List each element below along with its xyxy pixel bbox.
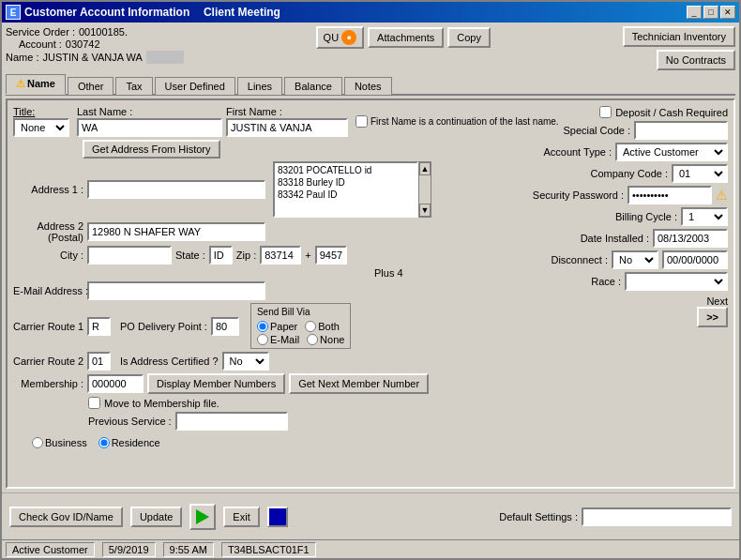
- email-input[interactable]: [87, 281, 265, 300]
- send-bill-none-radio[interactable]: [307, 334, 318, 345]
- security-password-input[interactable]: [628, 186, 712, 204]
- disconnect-row: Disconnect : No Yes: [522, 250, 728, 269]
- business-residence-row: Business Residence: [32, 437, 514, 448]
- prev-service-label: Previous Service :: [88, 416, 172, 427]
- list-item[interactable]: 83342 Paul ID: [276, 189, 416, 201]
- send-bill-email-radio[interactable]: [257, 334, 268, 345]
- first-name-label: First Name :: [226, 106, 348, 117]
- carrier2-label: Carrier Route 2 :: [13, 356, 83, 367]
- tab-notes[interactable]: Notes: [344, 77, 392, 95]
- status-time: 9:55 AM: [163, 542, 214, 557]
- disconnect-date-input[interactable]: [662, 250, 728, 269]
- po-delivery-input[interactable]: [211, 317, 239, 336]
- close-button[interactable]: ✕: [720, 6, 735, 19]
- email-row: E-Mail Address :: [13, 281, 514, 300]
- last-name-input[interactable]: [77, 118, 222, 137]
- special-code-input[interactable]: [634, 121, 728, 140]
- next-member-button[interactable]: Get Next Member Number: [289, 373, 429, 394]
- account-value: 030742: [66, 38, 100, 50]
- default-settings-input[interactable]: [582, 507, 732, 526]
- get-address-button[interactable]: Get Address From History: [83, 140, 220, 159]
- is-certified-select[interactable]: No Yes: [222, 352, 269, 371]
- race-select[interactable]: [625, 272, 728, 291]
- top-center-buttons: QU ● Attachments Copy: [316, 26, 491, 49]
- move-membership-row: Move to Membership file.: [88, 397, 514, 409]
- tab-tax[interactable]: Tax: [115, 77, 152, 95]
- tab-other[interactable]: Other: [68, 77, 114, 95]
- zip-plus4-input[interactable]: [315, 246, 347, 265]
- name-value: JUSTIN & VANJA WA: [42, 52, 142, 63]
- zip-input[interactable]: [260, 246, 301, 265]
- plus4-label: Plus 4: [374, 267, 403, 279]
- tab-name[interactable]: ⚠Name: [6, 74, 66, 95]
- race-label: Race :: [591, 276, 621, 287]
- name-header-row: Name : JUSTIN & VANJA WA: [6, 51, 184, 64]
- tab-balance[interactable]: Balance: [284, 77, 342, 95]
- first-name-continuation-checkbox[interactable]: [355, 115, 368, 128]
- check-gov-button[interactable]: Check Gov ID/Name: [9, 507, 123, 527]
- next-area: Next >>: [522, 295, 728, 327]
- listbox-scrollbar[interactable]: ▲ ▼: [418, 161, 431, 218]
- update-arrow-button[interactable]: [189, 504, 216, 530]
- address2-row: Address 2(Postal): [13, 220, 514, 243]
- title-bar: E Customer Account Information Client Me…: [2, 2, 739, 23]
- email-label: E-Mail Address :: [13, 285, 83, 296]
- name-redacted: [146, 51, 184, 64]
- minimize-button[interactable]: _: [687, 6, 702, 19]
- panel-body: Title: None Mr. Mrs. Ms. Last Name :: [13, 106, 728, 448]
- zip-plus: +: [305, 250, 310, 261]
- state-input[interactable]: [209, 246, 233, 265]
- qu-button[interactable]: QU ●: [316, 26, 365, 49]
- deposit-checkbox[interactable]: [599, 106, 612, 118]
- attachments-button[interactable]: Attachments: [368, 27, 444, 48]
- no-contracts-button[interactable]: No Contracts: [657, 50, 735, 70]
- carrier1-input[interactable]: [87, 317, 111, 336]
- warn-icon: ⚠: [16, 78, 25, 89]
- scroll-track: [419, 175, 431, 204]
- next-button[interactable]: >>: [697, 307, 728, 327]
- update-button[interactable]: Update: [130, 507, 182, 527]
- address-listbox[interactable]: 83201 POCATELLO id 83318 Burley ID 83342…: [273, 161, 418, 218]
- city-label: City :: [13, 250, 83, 261]
- address2-input[interactable]: [87, 222, 265, 241]
- scroll-down[interactable]: ▼: [419, 204, 431, 217]
- content-area: Service Order : 00100185. Account : 0307…: [2, 23, 739, 492]
- company-code-select[interactable]: 01: [672, 164, 728, 183]
- security-password-label: Security Password :: [533, 189, 624, 201]
- maximize-button[interactable]: □: [703, 6, 718, 19]
- main-panel: Title: None Mr. Mrs. Ms. Last Name :: [6, 98, 735, 489]
- disconnect-select[interactable]: No Yes: [612, 250, 658, 269]
- first-name-input[interactable]: [226, 118, 348, 137]
- send-bill-paper-radio[interactable]: [257, 321, 268, 332]
- exit-button[interactable]: Exit: [223, 507, 259, 527]
- business-radio[interactable]: [32, 437, 43, 448]
- service-order-label: Service Order :: [6, 26, 75, 38]
- membership-input[interactable]: [87, 374, 144, 393]
- residence-radio[interactable]: [98, 437, 110, 448]
- scroll-up[interactable]: ▲: [419, 162, 431, 175]
- address1-input[interactable]: [87, 180, 265, 199]
- move-membership-label: Move to Membership file.: [104, 398, 219, 409]
- title-select[interactable]: None Mr. Mrs. Ms.: [13, 118, 69, 137]
- tab-lines[interactable]: Lines: [237, 77, 282, 95]
- send-bill-label: Send Bill Via: [257, 307, 344, 317]
- bottom-bar: Check Gov ID/Name Update Exit Default Se…: [2, 492, 739, 539]
- top-center: QU ● Attachments Copy: [316, 26, 491, 49]
- technician-inventory-button[interactable]: Technician Inventory: [623, 26, 735, 47]
- copy-button[interactable]: Copy: [447, 27, 491, 48]
- prev-service-input[interactable]: [175, 412, 288, 431]
- exit-icon-button[interactable]: [267, 507, 288, 527]
- account-type-select[interactable]: Active Customer Inactive: [615, 143, 728, 161]
- carrier2-input[interactable]: [87, 352, 111, 371]
- billing-cycle-select[interactable]: 1 2: [681, 207, 728, 226]
- move-membership-checkbox[interactable]: [88, 397, 100, 409]
- display-member-button[interactable]: Display Member Numbers: [147, 373, 285, 394]
- list-item[interactable]: 83318 Burley ID: [276, 176, 416, 189]
- company-code-label: Company Code :: [590, 168, 668, 179]
- tab-user-defined[interactable]: User Defined: [155, 77, 235, 95]
- date-installed-input[interactable]: [653, 229, 728, 248]
- city-input[interactable]: [87, 246, 172, 265]
- send-bill-both-radio[interactable]: [305, 321, 316, 332]
- list-item[interactable]: 83201 POCATELLO id: [276, 164, 416, 176]
- special-code-label: Special Code :: [563, 125, 630, 136]
